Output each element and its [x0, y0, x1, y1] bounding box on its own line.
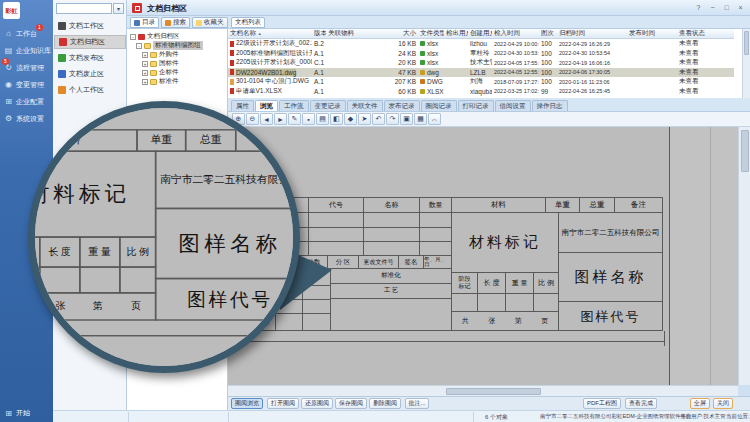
help-button[interactable]: ?: [692, 2, 705, 13]
viewer-vertical-scrollbar[interactable]: [738, 127, 750, 385]
column-header-version[interactable]: 版本: [312, 29, 326, 38]
close-window-button[interactable]: ×: [734, 2, 747, 13]
search-dropdown-button[interactable]: ▾: [113, 3, 124, 14]
tree-node-child[interactable]: + 标准件: [142, 77, 179, 86]
file-row[interactable]: 301-0104 中心浪门.DWG A.1 207 KB DWG 刘海 2018…: [228, 77, 734, 87]
sidebar-item-workbench[interactable]: ⌂工作台: [4, 27, 52, 40]
expand-icon[interactable]: +: [142, 52, 148, 58]
column-header-create-user[interactable]: 创建用户: [468, 29, 492, 38]
frame-bottom-line: [228, 341, 665, 342]
file-row-selected[interactable]: DW2204W2B01.dwg A.1 47 KB dwg LZLB 2022-…: [228, 68, 734, 78]
workspace-item-obsolete[interactable]: 文档废止区: [54, 67, 126, 81]
layers-icon[interactable]: ▤: [316, 113, 329, 125]
logo-text: 彩虹: [6, 8, 18, 14]
workspace-item-publish[interactable]: 文档发布区: [54, 51, 126, 65]
redo-icon[interactable]: ↷: [386, 113, 399, 125]
expand-icon[interactable]: +: [142, 61, 148, 67]
sheet-edge-line-2: [710, 127, 711, 385]
collapse-icon[interactable]: -: [130, 34, 136, 40]
tb-weight: 重 量: [505, 272, 534, 294]
tb-sheet-count: 共张第页: [451, 311, 559, 331]
file-row[interactable]: 申请单V1.XLSX A.1 60 KB XLSX xiaqubai 2022-…: [228, 87, 734, 97]
tab-review-records[interactable]: 圈阅记录: [421, 100, 457, 111]
tab-operation-log[interactable]: 操作日志: [532, 100, 568, 111]
fullscreen-button[interactable]: 全屏: [690, 398, 710, 409]
tab-search[interactable]: 搜索: [161, 17, 190, 28]
expand-icon[interactable]: +: [142, 70, 148, 76]
file-row[interactable]: 2205设计开发计划表_000001.. C.1 20 KB xlsx 技术主管…: [228, 58, 734, 68]
column-header-checkout-user[interactable]: 检出用户: [444, 29, 468, 38]
pen-icon[interactable]: ✎: [288, 113, 301, 125]
tab-publish-records[interactable]: 发布记录: [384, 100, 420, 111]
pointer-icon[interactable]: ➤: [358, 113, 371, 125]
undo-icon[interactable]: ↶: [372, 113, 385, 125]
frame-icon[interactable]: ▣: [400, 113, 413, 125]
tab-borrow-settings[interactable]: 借阅设置: [495, 100, 531, 111]
page-prev-icon[interactable]: ◄: [260, 113, 273, 125]
tree-node-selected[interactable]: - 标准物料编图组: [136, 41, 203, 50]
tb-scale: 比 例: [119, 236, 156, 267]
page-next-icon[interactable]: ►: [274, 113, 287, 125]
minimize-button[interactable]: −: [706, 2, 719, 13]
sidebar-item-workflow[interactable]: ↻流程管理: [4, 61, 52, 74]
list-scrollbar[interactable]: [742, 29, 750, 98]
tab-catalog[interactable]: 目录: [130, 17, 159, 28]
tab-browse[interactable]: 浏览: [255, 100, 278, 111]
view-done-button[interactable]: 查看完成: [625, 398, 657, 409]
sidebar-item-system-settings[interactable]: ⚙系统设置: [4, 112, 52, 125]
tree-node-root[interactable]: - 文档归档区: [130, 32, 180, 41]
tab-related-files[interactable]: 关联文件: [347, 100, 383, 111]
crop-icon[interactable]: ◧: [330, 113, 343, 125]
save-review-button[interactable]: 保存圈阅: [335, 398, 367, 409]
grid-icon[interactable]: ▦: [414, 113, 427, 125]
sidebar-item-knowledge[interactable]: ▤企业知识库: [4, 44, 52, 57]
pdf-drawing-button[interactable]: PDF工程图: [583, 398, 621, 409]
review-browse-button[interactable]: 圈阅浏览: [231, 398, 263, 409]
fit-width-icon[interactable]: ⇔: [428, 113, 441, 125]
column-header-material[interactable]: 关联物料: [326, 29, 388, 38]
tab-workflow[interactable]: 工作流: [279, 100, 309, 111]
collapse-icon[interactable]: -: [136, 43, 142, 49]
tree-node-child[interactable]: + 外购件: [142, 50, 179, 59]
tab-favorites[interactable]: 收藏夹: [192, 17, 228, 28]
close-viewer-button[interactable]: 关闭: [713, 398, 733, 409]
tab-change-records[interactable]: 变更记录: [310, 100, 346, 111]
start-button[interactable]: ⊞开始: [4, 408, 30, 418]
open-review-button[interactable]: 打开圈阅: [267, 398, 299, 409]
zoom-out-icon[interactable]: ⊖: [246, 113, 259, 125]
column-header-archive-time[interactable]: 归档时间: [557, 29, 627, 38]
tab-document-list[interactable]: 文档列表: [231, 17, 265, 28]
tab-properties[interactable]: 属性: [231, 100, 254, 111]
color-swatch-icon[interactable]: ▪: [302, 113, 315, 125]
column-header-checkin-time[interactable]: 检入时间: [492, 29, 539, 38]
workspace-item-work[interactable]: 文档工作区: [54, 19, 126, 33]
workspace-item-archive[interactable]: 文档归档区: [54, 35, 126, 49]
column-header-rev[interactable]: 图次: [539, 29, 557, 38]
tree-node-child[interactable]: + 国标件: [142, 59, 179, 68]
sidebar-item-change[interactable]: ◉变更管理: [4, 78, 52, 91]
tb-empty-cell: [533, 293, 559, 312]
restore-review-button[interactable]: 还原圈阅: [301, 398, 333, 409]
annotate-button[interactable]: 批注...: [405, 398, 429, 409]
file-row[interactable]: 2005标准物料编图组设计开.. A.1 24 KB xlsx 覃桂玲 2022…: [228, 49, 734, 59]
tab-print-records[interactable]: 打印记录: [458, 100, 494, 111]
workspace-search-input[interactable]: [56, 3, 112, 14]
expand-icon[interactable]: +: [142, 79, 148, 85]
column-header-view-status[interactable]: 查看状态: [677, 29, 707, 38]
tree-node-child[interactable]: + 企标件: [142, 68, 179, 77]
column-header-name[interactable]: 文档名称 ▲: [228, 29, 312, 38]
tb-drawing-name: 图样名称: [155, 208, 300, 280]
column-header-filetype[interactable]: 文件类型: [418, 29, 444, 38]
workspace-item-personal[interactable]: 个人工作区: [54, 83, 126, 97]
column-header-size[interactable]: 大小: [388, 29, 418, 38]
delete-review-button[interactable]: 删除圈阅: [369, 398, 401, 409]
viewer-horizontal-scrollbar[interactable]: [228, 385, 738, 396]
document-list-panel: 文档名称 ▲ 版本 关联物料 大小 文件类型 检出用户 创建用户 检入时间 图次…: [228, 29, 750, 98]
restore-button[interactable]: □: [720, 2, 733, 13]
column-header-publish-time[interactable]: 发布时间: [627, 29, 677, 38]
file-row[interactable]: 22级设计开发计划表_002.xlsx B.2 16 KB xlsx lizho…: [228, 39, 734, 49]
window-titlebar: 文档归档区 ? − □ ×: [127, 0, 750, 16]
sidebar-item-enterprise-config[interactable]: ⊞企业配置: [4, 95, 52, 108]
marker-icon[interactable]: ◆: [344, 113, 357, 125]
current-user: 当前用户:技术主管: [680, 413, 726, 420]
